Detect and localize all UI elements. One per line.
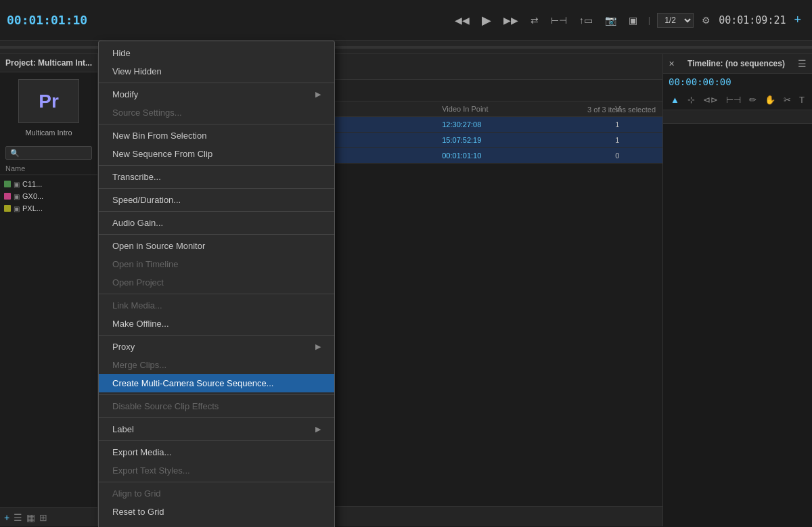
selection-tool[interactable]: ⊹ <box>684 93 698 107</box>
lift-button[interactable]: ↑▭ <box>575 12 597 28</box>
top-toolbar: 00:01:01:10 ◀◀ ▶ ▶▶ ⇄ ⊢⊣ ↑▭ 📷 ▣ | 1/2 Fu… <box>0 0 812 41</box>
timeline-title: Timeline: (no sequences) <box>687 59 785 68</box>
arrow-tool[interactable]: ▲ <box>667 93 683 107</box>
context-menu: Hide View Hidden Modify ▶ Source Setting… <box>98 41 335 527</box>
menu-label-create-multicam: Create Multi-Camera Source Sequence... <box>112 378 273 388</box>
separator-10 <box>99 417 334 418</box>
menu-item-open-project: Open Project <box>99 273 334 292</box>
timeline-tools: ▲ ⊹ ⊲⊳ ⊢⊣ ✏ ✋ ✂ T <box>663 90 812 110</box>
menu-label-hide: Hide <box>112 48 131 58</box>
arrow-icon: ▶ <box>315 90 321 99</box>
separator-3 <box>99 165 334 166</box>
selection-count: 3 of 3 items selected <box>587 106 656 114</box>
menu-label-open-project: Open Project <box>112 277 164 288</box>
menu-item-speed[interactable]: Speed/Duration... <box>99 191 334 209</box>
left-panel-bottom-bar: + ☰ ▦ ⊞ <box>0 507 97 526</box>
menu-item-view-hidden[interactable]: View Hidden <box>99 62 334 81</box>
list-item[interactable]: ▣ PXL... <box>0 202 97 214</box>
menu-item-clip-size[interactable]: Clip Size ▶ <box>99 521 334 527</box>
menu-label-source-settings: Source Settings... <box>112 108 182 118</box>
menu-label-audio-gain: Audio Gain... <box>112 218 163 228</box>
project-panel-header: Project: Multicam Int... <box>0 54 97 72</box>
menu-label-open-source: Open in Source Monitor <box>112 241 205 251</box>
menu-label-reset-grid: Reset to Grid <box>112 507 164 517</box>
menu-item-reset-grid[interactable]: Reset to Grid <box>99 503 334 521</box>
menu-label-merge-clips: Merge Clips... <box>112 360 166 370</box>
col-video-in-point: Video In Point <box>436 101 610 117</box>
clip-icon: ▣ <box>14 205 20 212</box>
menu-item-align-grid: Align to Grid <box>99 484 334 503</box>
separator-2 <box>99 124 334 124</box>
list-view-icon[interactable]: ☰ <box>14 512 22 523</box>
ripple-tool[interactable]: ⊲⊳ <box>700 93 721 107</box>
menu-item-audio-gain[interactable]: Audio Gain... <box>99 214 334 232</box>
project-title: Project: Multicam Int... <box>5 58 92 68</box>
file-name-2: GX0... <box>22 192 43 200</box>
menu-item-open-source[interactable]: Open in Source Monitor <box>99 237 334 255</box>
loop-button[interactable]: ⇄ <box>526 12 543 28</box>
menu-label-label: Label <box>112 424 134 434</box>
menu-label-align-grid: Align to Grid <box>112 488 161 499</box>
icon-view-icon[interactable]: ▦ <box>26 512 35 523</box>
step-back-button[interactable]: ◀◀ <box>451 12 474 28</box>
camera-button[interactable]: 📷 <box>601 12 621 28</box>
menu-item-export-media[interactable]: Export Media... <box>99 443 334 461</box>
menu-label-open-timeline: Open in Timeline <box>112 259 179 269</box>
menu-item-link-media: Link Media... <box>99 296 334 315</box>
project-thumbnail-area: Pr Multicam Intro <box>0 72 97 143</box>
menu-label-proxy: Proxy <box>112 342 135 352</box>
razor-tool[interactable]: ✂ <box>780 93 794 107</box>
menu-label-view-hidden: View Hidden <box>112 66 162 76</box>
cell-video-in-point: 15:07:52:19 <box>436 133 610 148</box>
main-layout: Project: Multicam Int... Pr Multicam Int… <box>0 54 812 526</box>
file-list: ▣ C11... ▣ GX0... ▣ PXL... <box>0 175 97 507</box>
in-out-button[interactable]: ⊢⊣ <box>547 12 571 28</box>
text-tool[interactable]: T <box>796 93 808 107</box>
menu-label-disable-effects: Disable Source Clip Effects <box>112 401 219 411</box>
add-item-icon[interactable]: + <box>4 512 9 523</box>
timeline-panel-header: ✕ Timeline: (no sequences) ☰ <box>663 54 812 74</box>
timeline-timecode: 00:00:00:00 <box>663 74 812 90</box>
pen-tool[interactable]: ✏ <box>746 93 760 107</box>
menu-item-proxy[interactable]: Proxy ▶ <box>99 338 334 356</box>
menu-item-create-multicam[interactable]: Create Multi-Camera Source Sequence... <box>99 374 334 392</box>
menu-item-new-sequence[interactable]: New Sequence From Clip <box>99 145 334 163</box>
separator-6 <box>99 234 334 235</box>
hand-tool[interactable]: ✋ <box>761 93 779 107</box>
menu-item-hide[interactable]: Hide <box>99 44 334 62</box>
menu-item-label[interactable]: Label ▶ <box>99 420 334 438</box>
menu-item-transcribe[interactable]: Transcribe... <box>99 168 334 186</box>
cell-video-in-point: 12:30:27:08 <box>436 117 610 133</box>
menu-label-export-text: Export Text Styles... <box>112 465 190 476</box>
left-panel: Project: Multicam Int... Pr Multicam Int… <box>0 54 98 526</box>
rolling-tool[interactable]: ⊢⊣ <box>723 93 744 107</box>
list-item[interactable]: ▣ C11... <box>0 178 97 190</box>
metadata-view-icon[interactable]: ⊞ <box>39 512 47 523</box>
menu-label-new-sequence: New Sequence From Clip <box>112 149 212 159</box>
search-input[interactable] <box>5 146 92 160</box>
arrow-icon: ▶ <box>315 425 321 434</box>
menu-label-link-media: Link Media... <box>112 300 162 311</box>
timeline-ruler <box>663 110 812 124</box>
step-forward-button[interactable]: ▶▶ <box>499 12 522 28</box>
menu-item-modify[interactable]: Modify ▶ <box>99 85 334 104</box>
menu-item-make-offline[interactable]: Make Offline... <box>99 315 334 333</box>
menu-label-new-bin: New Bin From Selection <box>112 131 206 141</box>
timeline-content <box>663 124 812 526</box>
clip-icon: ▣ <box>14 193 20 200</box>
separator-4 <box>99 188 334 189</box>
settings-icon[interactable]: ⚙ <box>698 12 715 28</box>
add-track-button[interactable]: + <box>790 10 805 30</box>
quality-select[interactable]: 1/2 Full 1/4 <box>657 13 694 28</box>
arrow-icon: ▶ <box>315 342 321 351</box>
menu-item-open-timeline: Open in Timeline <box>99 255 334 273</box>
menu-item-new-bin[interactable]: New Bin From Selection <box>99 127 334 145</box>
monitor-button[interactable]: ▣ <box>625 12 641 28</box>
playback-controls: ◀◀ ▶ ▶▶ ⇄ ⊢⊣ ↑▭ 📷 ▣ | 1/2 Full 1/4 ⚙ 00:… <box>451 10 805 30</box>
thumbnail-label: Multicam Intro <box>25 129 72 137</box>
file-name-1: C11... <box>22 180 42 188</box>
pr-icon: Pr <box>39 91 59 112</box>
cell-vi: 0 <box>610 148 662 164</box>
play-button[interactable]: ▶ <box>478 10 495 30</box>
list-item[interactable]: ▣ GX0... <box>0 190 97 202</box>
